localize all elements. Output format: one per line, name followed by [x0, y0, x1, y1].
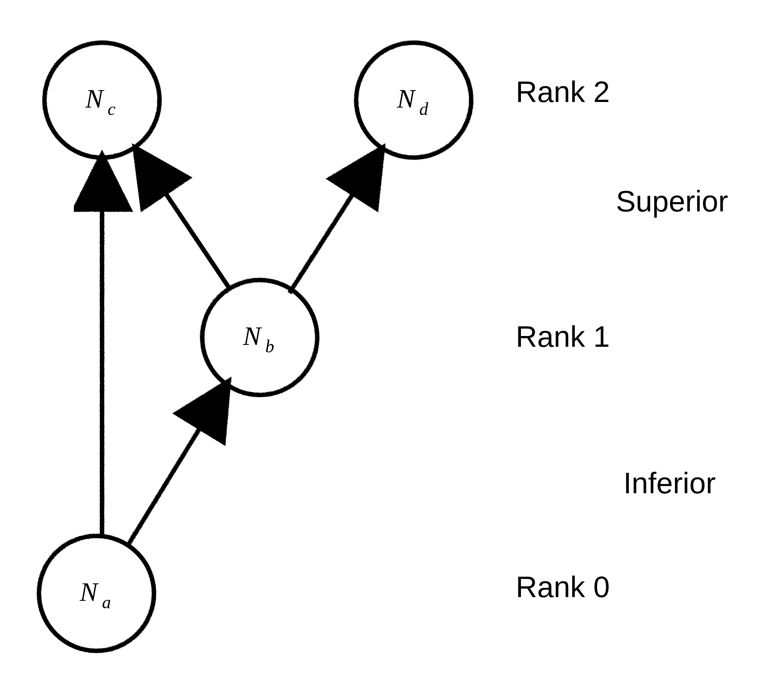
- rank-0-label: Rank 0: [516, 570, 610, 604]
- node-na-sub: a: [102, 592, 111, 612]
- legend-top: Superior: [616, 185, 728, 218]
- legend-bottom: Inferior: [623, 467, 716, 500]
- node-labels: N c N d N b N a: [80, 84, 429, 612]
- node-nd-sub: d: [419, 99, 429, 118]
- node-nd-main: N: [397, 84, 416, 114]
- diagram-canvas: N c N d N b N a Rank 2 Rank 1 Rank 0 Sup…: [0, 0, 784, 685]
- edge-nb-nd: [290, 148, 382, 293]
- rank-1-label: Rank 1: [516, 320, 610, 353]
- node-nc-sub: c: [107, 99, 115, 118]
- edge-nb-nc: [135, 148, 230, 289]
- node-nc-main: N: [85, 84, 105, 114]
- node-nb-sub: b: [265, 336, 274, 356]
- edge-na-nb: [128, 382, 228, 545]
- node-nb-main: N: [243, 321, 262, 351]
- edges: [102, 148, 382, 545]
- rank-labels: Rank 2 Rank 1 Rank 0: [516, 75, 610, 604]
- node-na-main: N: [80, 577, 99, 607]
- rank-2-label: Rank 2: [516, 75, 610, 108]
- legend: Superior Inferior: [616, 185, 728, 500]
